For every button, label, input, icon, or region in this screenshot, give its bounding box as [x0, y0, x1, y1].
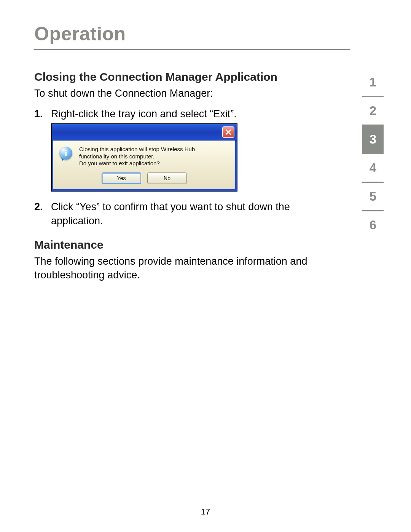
step-2: 2. Click “Yes” to confirm that you want …	[34, 200, 316, 228]
closing-steps: 1. Right-click the tray icon and select …	[34, 107, 316, 228]
section-nav-4[interactable]: 4	[362, 154, 384, 183]
no-button[interactable]: No	[147, 173, 187, 184]
title-rule	[34, 49, 350, 50]
dialog-buttons: Yes No	[52, 170, 237, 191]
dialog-message: Closing this application will stop Wirel…	[79, 146, 230, 167]
step-2-number: 2.	[34, 200, 43, 214]
dialog-line1: Closing this application will stop Wirel…	[79, 146, 195, 152]
step-1-text: Right-click the tray icon and select “Ex…	[51, 108, 237, 120]
section-nav-6[interactable]: 6	[362, 211, 384, 239]
yes-button[interactable]: Yes	[102, 173, 141, 184]
main-content: Closing the Connection Manager Applicati…	[34, 70, 316, 282]
maintenance-body: The following sections provide maintenan…	[34, 254, 316, 282]
section-nav: 1 2 3 4 5 6	[362, 69, 384, 239]
info-icon: i	[59, 146, 75, 167]
step-1-number: 1.	[34, 107, 43, 121]
maintenance-heading: Maintenance	[34, 238, 316, 251]
exit-dialog-screenshot: i Closing this application will stop Wir…	[51, 123, 237, 192]
info-glyph: i	[65, 147, 67, 159]
closing-intro: To shut down the Connection Manager:	[34, 86, 316, 100]
section-nav-5[interactable]: 5	[362, 183, 384, 211]
page-title: Operation	[34, 23, 388, 45]
section-nav-3[interactable]: 3	[362, 126, 384, 154]
section-nav-2[interactable]: 2	[362, 97, 384, 126]
dialog-line2: functionality on this computer.	[79, 153, 155, 160]
section-nav-1[interactable]: 1	[362, 69, 384, 97]
dialog-titlebar	[52, 124, 237, 141]
step-1: 1. Right-click the tray icon and select …	[34, 107, 316, 192]
dialog-line3: Do you want to exit application?	[79, 160, 160, 166]
close-icon[interactable]	[222, 126, 234, 138]
step-2-text: Click “Yes” to confirm that you want to …	[51, 201, 290, 226]
closing-heading: Closing the Connection Manager Applicati…	[34, 70, 316, 83]
exit-dialog: i Closing this application will stop Wir…	[52, 124, 237, 191]
dialog-body: i Closing this application will stop Wir…	[52, 141, 237, 170]
page-number: 17	[0, 507, 411, 517]
